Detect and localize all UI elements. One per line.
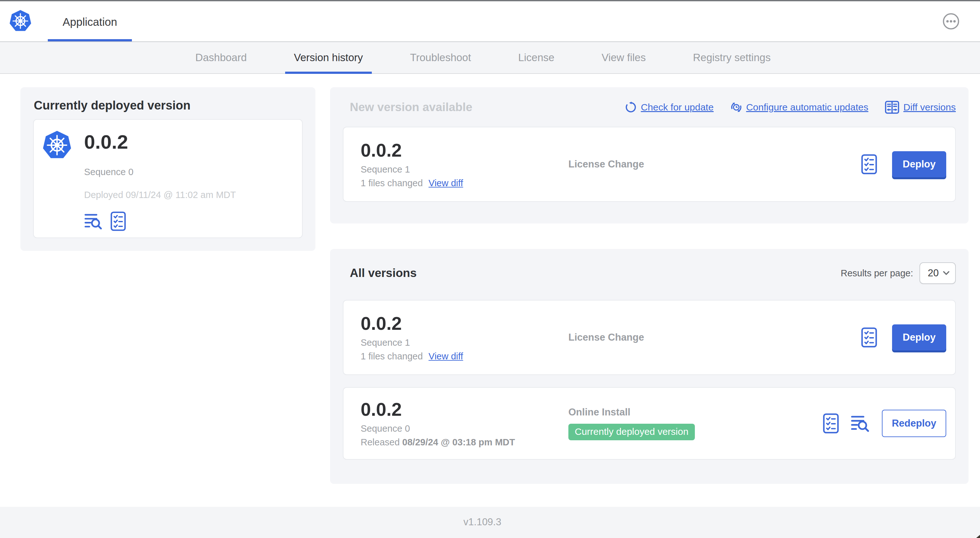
kots-admin-console: Application Dashboard Version history Tr… <box>0 0 980 538</box>
deploy-logs-icon[interactable] <box>851 414 870 432</box>
files-changed-label: 1 files changed <box>361 351 423 362</box>
currently-deployed-title: Currently deployed version <box>34 99 315 113</box>
deploy-logs-icon[interactable] <box>84 213 103 230</box>
app-tab-active-underline <box>48 39 132 41</box>
released-label: Released <box>361 437 400 447</box>
diff-icon <box>885 101 899 114</box>
kubernetes-logo-icon <box>9 8 32 34</box>
clock-refresh-icon <box>730 101 742 113</box>
view-diff-link[interactable]: View diff <box>428 351 463 362</box>
version-row: 0.0.2 Sequence 0 Released 08/29/24 @ 03:… <box>343 387 956 460</box>
app-icon <box>42 129 72 161</box>
results-per-page-label: Results per page: <box>841 268 913 279</box>
footer: v1.109.3 <box>0 507 980 538</box>
top-bar: Application <box>0 0 980 40</box>
deployed-sequence-label: Sequence 0 <box>84 167 134 177</box>
chevron-down-icon <box>943 271 950 275</box>
preflight-checks-icon[interactable] <box>861 154 877 175</box>
deployed-timestamp: Deployed 09/11/24 @ 11:02 am MDT <box>84 190 236 200</box>
tab-dashboard[interactable]: Dashboard <box>186 42 256 73</box>
version-source-label: Online Install <box>568 406 822 418</box>
deployed-version-label: 0.0.2 <box>84 130 128 153</box>
deploy-button[interactable]: Deploy <box>892 151 946 177</box>
diff-versions-link[interactable]: Diff versions <box>885 101 956 114</box>
preflight-checks-icon[interactable] <box>110 211 126 231</box>
version-source-label: License Change <box>568 332 861 343</box>
version-label: 0.0.2 <box>361 140 568 160</box>
sequence-label: Sequence 1 <box>361 164 568 175</box>
version-label: 0.0.2 <box>361 313 568 333</box>
currently-deployed-badge: Currently deployed version <box>568 424 695 440</box>
currently-deployed-card: 0.0.2 Sequence 0 Deployed 09/11/24 @ 11:… <box>33 119 303 238</box>
preflight-checks-icon[interactable] <box>822 413 839 433</box>
preflight-checks-icon[interactable] <box>861 327 877 348</box>
app-tab-application[interactable]: Application <box>48 3 132 41</box>
files-changed-label: 1 files changed <box>361 178 423 189</box>
new-version-title: New version available <box>350 101 473 114</box>
section-tabs: Dashboard Version history Troubleshoot L… <box>0 42 973 73</box>
results-per-page-select[interactable]: 20 <box>920 262 956 284</box>
tab-view-files[interactable]: View files <box>593 42 655 73</box>
currently-deployed-panel: Currently deployed version 0.0.2 Sequenc… <box>21 87 315 251</box>
tab-registry-settings[interactable]: Registry settings <box>684 42 780 73</box>
sequence-label: Sequence 1 <box>361 338 568 348</box>
new-version-panel: New version available Check for update C… <box>330 87 969 224</box>
version-source-label: License Change <box>568 159 861 170</box>
sequence-label: Sequence 0 <box>361 424 568 434</box>
tab-active-underline <box>285 71 372 74</box>
refresh-icon <box>625 101 637 113</box>
redeploy-button[interactable]: Redeploy <box>882 410 946 437</box>
all-versions-panel: All versions Results per page: 20 0.0.2 … <box>330 249 969 484</box>
tab-version-history[interactable]: Version history <box>285 42 372 73</box>
app-title: Application <box>62 16 117 29</box>
tab-license[interactable]: License <box>509 42 563 73</box>
deploy-button[interactable]: Deploy <box>892 324 946 351</box>
version-label: 0.0.2 <box>361 399 568 420</box>
more-menu-button[interactable] <box>942 13 959 30</box>
released-date: 08/29/24 @ 03:18 pm MDT <box>402 437 515 447</box>
ellipsis-icon <box>942 13 959 30</box>
version-row: 0.0.2 Sequence 1 1 files changed View di… <box>343 300 956 375</box>
console-version-label: v1.109.3 <box>463 516 501 538</box>
tab-troubleshoot[interactable]: Troubleshoot <box>401 42 480 73</box>
view-diff-link[interactable]: View diff <box>428 178 463 189</box>
check-for-update-link[interactable]: Check for update <box>625 101 713 113</box>
configure-automatic-updates-link[interactable]: Configure automatic updates <box>730 101 869 113</box>
new-version-actions: Check for update Configure automatic upd… <box>625 101 956 114</box>
section-nav: Dashboard Version history Troubleshoot L… <box>0 41 980 74</box>
results-per-page: Results per page: 20 <box>841 262 956 284</box>
new-version-row: 0.0.2 Sequence 1 1 files changed View di… <box>343 127 956 202</box>
all-versions-title: All versions <box>350 267 417 280</box>
